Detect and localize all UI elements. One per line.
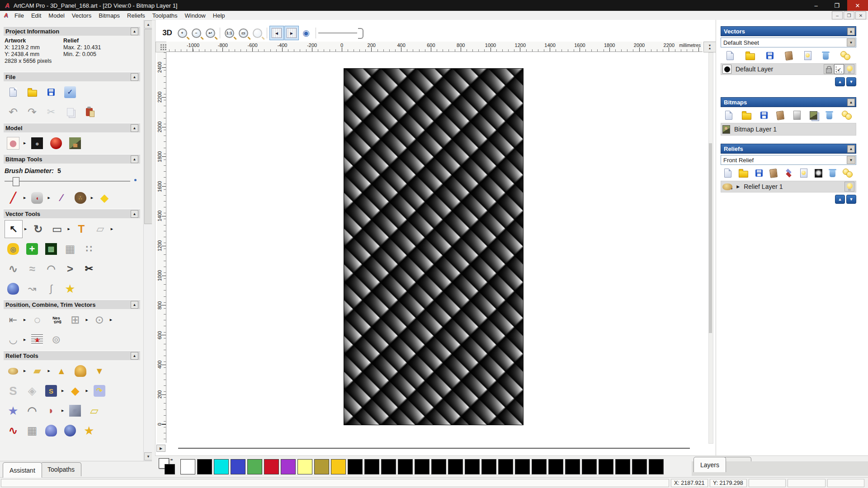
- zoom-1to1-tool-button[interactable]: 1:1: [222, 26, 236, 40]
- flood-fill-tool[interactable]: ◖: [28, 189, 46, 206]
- distort-vectors-tool[interactable]: ★: [28, 331, 46, 348]
- collapse-icon[interactable]: ▲: [131, 73, 138, 81]
- measure-tape-tool[interactable]: ◎: [5, 240, 22, 258]
- save-bitmap-layer-icon[interactable]: [756, 109, 772, 122]
- collapse-icon[interactable]: ▲: [131, 210, 138, 218]
- flyout-icon[interactable]: ▶: [47, 196, 50, 200]
- colour-swatch[interactable]: [197, 459, 212, 474]
- dome-relief-tool[interactable]: [42, 422, 60, 439]
- colour-swatch[interactable]: [632, 459, 647, 474]
- collapse-icon[interactable]: ▲: [847, 145, 855, 153]
- clipart-relief-tool[interactable]: ◠: [24, 402, 41, 419]
- tab-assistant[interactable]: Assistant: [3, 462, 42, 478]
- toggle-vector-view-button[interactable]: ►: [284, 26, 299, 40]
- magic-fill-tool[interactable]: ◆: [96, 189, 113, 206]
- open-vector-layer-icon[interactable]: [740, 49, 761, 62]
- weld-vectors-tool[interactable]: ⊙: [91, 311, 108, 328]
- menu-reliefs[interactable]: Reliefs: [123, 11, 149, 20]
- open-bitmap-layer-icon[interactable]: [737, 109, 755, 122]
- colour-swatch[interactable]: [498, 459, 513, 474]
- interactive-sculpting-tool[interactable]: S: [42, 382, 60, 399]
- text-on-curve-tool[interactable]: ◌: [28, 311, 46, 328]
- zoom-previous-tool-button[interactable]: ↩: [203, 26, 217, 40]
- red-contour-tool[interactable]: ∿: [5, 422, 22, 439]
- shading-slider-button[interactable]: [318, 27, 363, 39]
- tab-layers[interactable]: Layers: [693, 457, 726, 472]
- layer-name[interactable]: Default Layer: [736, 66, 773, 73]
- colour-swatch[interactable]: [465, 459, 480, 474]
- flyout-icon[interactable]: ▶: [47, 369, 50, 373]
- open-model-tool[interactable]: [24, 84, 41, 101]
- subtract-relief-tool[interactable]: ▼: [91, 362, 108, 380]
- sphere-relief-tool[interactable]: [61, 422, 79, 439]
- colour-swatch[interactable]: [532, 459, 547, 474]
- colour-swatch[interactable]: [548, 459, 563, 474]
- raise-relief-tool[interactable]: [72, 362, 89, 380]
- load-bitmap-tool[interactable]: ▄: [66, 135, 84, 152]
- colour-swatch[interactable]: [264, 459, 279, 474]
- collapse-icon[interactable]: ▲: [131, 155, 138, 163]
- toggle-bitmap-view-button[interactable]: ◄: [269, 26, 284, 40]
- zoom-out-tool-button[interactable]: −: [189, 26, 203, 40]
- delete-bitmap-layer-icon[interactable]: [822, 109, 837, 122]
- zoom-objects-tool-button[interactable]: [250, 26, 264, 40]
- assistant-scrollbar[interactable]: ▲ ▼: [143, 20, 152, 461]
- colour-swatch[interactable]: [448, 459, 463, 474]
- zoom-fit-tool-button[interactable]: ▭: [236, 26, 250, 40]
- visibility-bulb-icon[interactable]: [844, 64, 854, 74]
- bitmap-layer-row[interactable]: Bitmap Layer 1: [721, 123, 856, 136]
- move-layer-up-button[interactable]: ▲: [835, 77, 845, 86]
- wrap-relief-tool[interactable]: ↷: [91, 382, 108, 399]
- colour-swatch[interactable]: [515, 459, 530, 474]
- model-canvas[interactable]: [344, 68, 524, 425]
- fit-curve-tool[interactable]: ↝: [24, 280, 41, 297]
- collapse-icon[interactable]: ▲: [131, 301, 138, 309]
- merge-vector-layers-icon[interactable]: [779, 49, 798, 62]
- collapse-icon[interactable]: ▲: [131, 352, 138, 360]
- colour-shading-toggle-button[interactable]: ◉: [299, 26, 313, 40]
- new-vector-layer-icon[interactable]: [721, 49, 740, 62]
- flyout-icon[interactable]: ▶: [110, 318, 112, 322]
- collapse-icon[interactable]: ▲: [847, 28, 855, 35]
- flyout-icon[interactable]: ▶: [85, 318, 88, 322]
- sheet-dropdown[interactable]: Default Sheet ▼: [721, 38, 856, 47]
- flyout-icon[interactable]: ▶: [24, 338, 26, 342]
- visibility-bulb-icon[interactable]: [844, 182, 854, 192]
- secondary-colour-chip[interactable]: [165, 464, 175, 474]
- menu-edit[interactable]: Edit: [28, 11, 45, 20]
- undo-tool[interactable]: ↶: [5, 103, 22, 121]
- move-layer-down-button[interactable]: ▼: [846, 195, 856, 204]
- expand-icon[interactable]: ▶: [736, 184, 740, 189]
- block-copy-rotate-tool[interactable]: ⊞: [66, 311, 84, 328]
- block-array-copy-tool[interactable]: ∷: [80, 240, 98, 258]
- merge-bitmap-layers-icon[interactable]: [772, 109, 788, 122]
- horizontal-scrollbar[interactable]: ▶: [156, 445, 708, 452]
- show-all-relief-layers-icon[interactable]: [839, 167, 856, 179]
- envelope-distort-tool[interactable]: ▦: [61, 240, 79, 258]
- colour-swatch[interactable]: [565, 459, 580, 474]
- scroll-down-icon[interactable]: ▼: [144, 452, 152, 460]
- colour-swatch[interactable]: [381, 459, 396, 474]
- collapse-icon[interactable]: ▲: [131, 28, 138, 35]
- colour-swatch[interactable]: [331, 459, 346, 474]
- toggle-relief-visibility-icon[interactable]: [797, 167, 811, 179]
- lighting-tool[interactable]: [47, 135, 65, 152]
- create-arc-tool[interactable]: ◠: [42, 260, 60, 277]
- new-relief-layer-icon[interactable]: [721, 167, 735, 179]
- primary-secondary-colour[interactable]: ⚭: [159, 458, 179, 475]
- paste-tool[interactable]: [80, 103, 98, 121]
- flyout-icon[interactable]: ▶: [24, 196, 26, 200]
- nesting-tool[interactable]: Nesting: [47, 311, 65, 328]
- delete-vector-layer-icon[interactable]: [817, 49, 835, 62]
- flyout-icon[interactable]: ▶: [91, 196, 93, 200]
- select-vectors-tool[interactable]: ↖: [5, 220, 23, 238]
- colour-swatch[interactable]: [180, 459, 195, 474]
- flyout-icon[interactable]: ▶: [111, 227, 113, 231]
- merge-relief-layers-icon[interactable]: [766, 167, 781, 179]
- set-model-size-tool[interactable]: [5, 135, 22, 152]
- vector-layer-row[interactable]: Default Layer ↙: [721, 63, 856, 75]
- colour-swatch[interactable]: [415, 459, 429, 474]
- relief-layer-row[interactable]: + ▶ Relief Layer 1: [721, 181, 856, 192]
- mirror-vectors-tool[interactable]: ∫: [42, 280, 60, 297]
- greyscale-view-tool[interactable]: ●: [28, 135, 46, 152]
